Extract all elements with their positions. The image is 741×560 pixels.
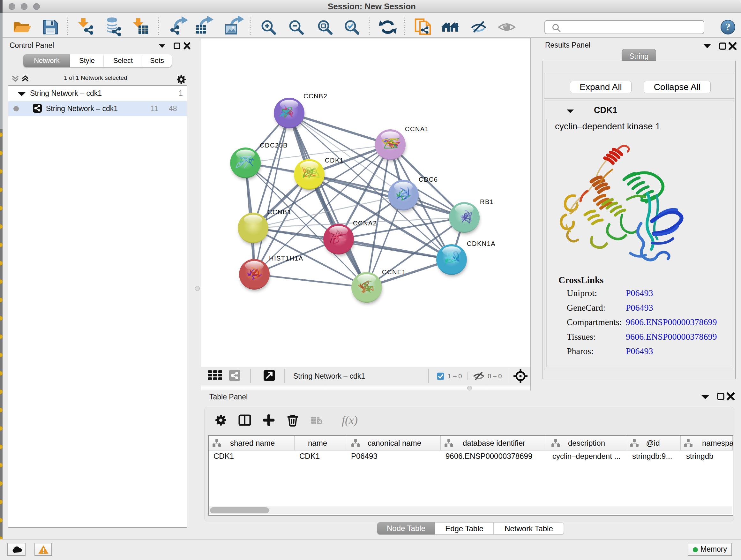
svg-text:CDK1: CDK1 [325, 157, 344, 164]
svg-text:RB1: RB1 [480, 198, 494, 205]
svg-text:CCNA1: CCNA1 [405, 125, 429, 132]
svg-text:CDKN1A: CDKN1A [467, 240, 495, 247]
svg-text:f(x): f(x) [342, 414, 358, 427]
svg-text:CDC25B: CDC25B [260, 142, 288, 149]
svg-text:CCNB1: CCNB1 [267, 208, 291, 215]
svg-text:CDC6: CDC6 [419, 176, 438, 183]
svg-text:CCNB2: CCNB2 [304, 92, 327, 100]
svg-text:CCNE1: CCNE1 [382, 268, 406, 275]
svg-text:?: ? [725, 21, 731, 33]
svg-text:HIST1H1A: HIST1H1A [269, 255, 304, 262]
svg-text:CCNA2: CCNA2 [353, 220, 377, 227]
